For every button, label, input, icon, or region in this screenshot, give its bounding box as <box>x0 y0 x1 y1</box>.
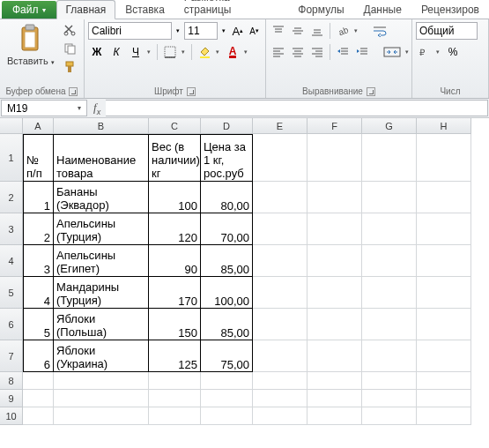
cell[interactable]: Апельсины (Турция) <box>54 213 149 245</box>
chevron-down-icon[interactable]: ▾ <box>179 43 188 61</box>
cell[interactable]: 100,00 <box>201 277 253 309</box>
cell[interactable] <box>23 407 54 425</box>
shrink-font-button[interactable]: A▾ <box>247 22 262 40</box>
bold-button[interactable]: Ж <box>88 43 106 61</box>
cell[interactable]: Вес (в наличии), кг <box>149 134 201 182</box>
tab-insert[interactable]: Вставка <box>115 0 174 19</box>
select-all-corner[interactable] <box>0 118 23 134</box>
cell[interactable] <box>149 372 201 390</box>
cell[interactable]: 70,00 <box>201 213 253 245</box>
cell[interactable] <box>201 390 253 407</box>
cell[interactable]: Наименование товара <box>54 134 149 182</box>
col-header[interactable]: A <box>23 118 54 134</box>
col-header[interactable]: G <box>362 118 417 134</box>
cell[interactable] <box>417 407 471 425</box>
cell[interactable] <box>362 134 417 182</box>
align-bottom-button[interactable] <box>308 22 326 40</box>
cell[interactable] <box>307 245 362 277</box>
cell[interactable] <box>362 277 417 309</box>
copy-button[interactable] <box>61 41 78 56</box>
cell[interactable] <box>417 390 471 407</box>
grow-font-button[interactable]: A▴ <box>230 22 245 40</box>
cell[interactable] <box>417 213 471 245</box>
align-right-button[interactable] <box>308 43 326 61</box>
tab-review[interactable]: Рецензиров <box>411 0 489 19</box>
cell[interactable]: 150 <box>149 309 201 340</box>
chevron-down-icon[interactable]: ▾ <box>219 22 228 40</box>
row-header[interactable]: 8 <box>0 372 23 390</box>
cell[interactable]: 85,00 <box>201 309 253 340</box>
merge-center-button[interactable] <box>382 43 403 61</box>
cell[interactable] <box>417 372 471 390</box>
col-header[interactable]: C <box>149 118 201 134</box>
cell[interactable] <box>307 134 362 182</box>
underline-button[interactable]: Ч <box>127 43 144 61</box>
cell[interactable] <box>307 407 362 425</box>
cell[interactable]: № п/п <box>23 134 54 182</box>
wrap-text-button[interactable] <box>371 22 389 40</box>
cell[interactable] <box>253 277 307 309</box>
orientation-button[interactable]: ab <box>334 22 352 40</box>
dialog-launcher[interactable] <box>69 87 78 96</box>
italic-button[interactable]: К <box>107 43 125 61</box>
row-header[interactable]: 6 <box>0 309 23 340</box>
cell[interactable] <box>362 182 417 213</box>
font-color-button[interactable]: A <box>224 43 241 61</box>
cell[interactable]: 4 <box>23 277 54 309</box>
align-center-button[interactable] <box>289 43 307 61</box>
cell[interactable]: 75,00 <box>201 340 253 372</box>
cell[interactable] <box>253 182 307 213</box>
row-header[interactable]: 4 <box>0 245 23 277</box>
col-header[interactable]: E <box>253 118 307 134</box>
cell[interactable] <box>362 245 417 277</box>
cell[interactable] <box>362 213 417 245</box>
cell[interactable] <box>362 340 417 372</box>
cell[interactable] <box>417 277 471 309</box>
cell[interactable]: Бананы (Эквадор) <box>54 182 149 213</box>
col-header[interactable]: H <box>417 118 471 134</box>
cell[interactable]: Яблоки (Украина) <box>54 340 149 372</box>
cell[interactable] <box>149 407 201 425</box>
borders-button[interactable] <box>161 43 179 61</box>
tab-formulas[interactable]: Формулы <box>288 0 353 19</box>
cell[interactable] <box>253 372 307 390</box>
percent-button[interactable]: % <box>444 43 462 61</box>
cell[interactable] <box>23 372 54 390</box>
col-header[interactable]: B <box>54 118 149 134</box>
cell[interactable] <box>253 340 307 372</box>
chevron-down-icon[interactable]: ▾ <box>144 43 153 61</box>
cell[interactable] <box>253 213 307 245</box>
cell[interactable]: 120 <box>149 213 201 245</box>
cell[interactable]: 80,00 <box>201 182 253 213</box>
row-header[interactable]: 1 <box>0 134 23 182</box>
cell[interactable] <box>362 309 417 340</box>
cell[interactable] <box>362 372 417 390</box>
cell[interactable]: 1 <box>23 182 54 213</box>
row-header[interactable]: 10 <box>0 407 23 425</box>
cell[interactable]: 5 <box>23 309 54 340</box>
cell[interactable] <box>417 182 471 213</box>
cell[interactable] <box>54 390 149 407</box>
cell[interactable] <box>362 390 417 407</box>
align-top-button[interactable] <box>270 22 287 40</box>
chevron-down-icon[interactable]: ▾ <box>241 43 250 61</box>
font-name-select[interactable] <box>88 22 172 40</box>
cell[interactable] <box>201 407 253 425</box>
cell[interactable] <box>307 277 362 309</box>
cell[interactable]: Яблоки (Польша) <box>54 309 149 340</box>
col-header[interactable]: D <box>201 118 253 134</box>
dialog-launcher[interactable] <box>367 87 375 96</box>
cell[interactable]: 3 <box>23 245 54 277</box>
cell[interactable] <box>201 372 253 390</box>
cell[interactable] <box>307 213 362 245</box>
chevron-down-icon[interactable]: ▾ <box>352 22 360 40</box>
cell[interactable]: Апельсины (Египет) <box>54 245 149 277</box>
spreadsheet-grid[interactable]: A B C D E F G H 1 № п/п Наименование тов… <box>0 118 489 425</box>
cell[interactable] <box>307 372 362 390</box>
cell[interactable] <box>54 407 149 425</box>
formula-input[interactable] <box>106 100 488 116</box>
name-box[interactable]: M19▾ <box>1 100 87 116</box>
cell[interactable] <box>417 340 471 372</box>
fx-icon[interactable]: fx <box>93 101 100 116</box>
row-header[interactable]: 3 <box>0 213 23 245</box>
